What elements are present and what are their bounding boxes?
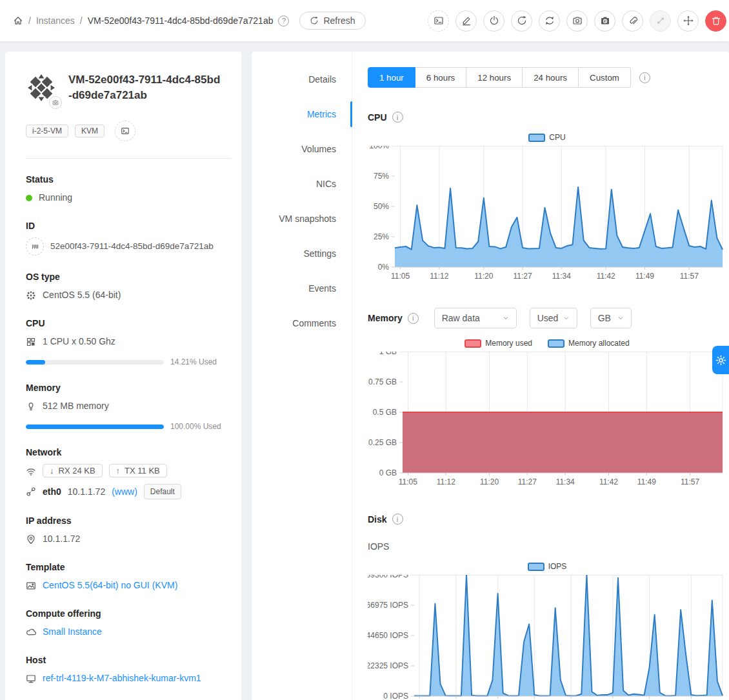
snapshot-button[interactable] <box>566 10 588 32</box>
range-12-hours[interactable]: 12 hours <box>466 67 523 88</box>
iops-subtitle: IOPS <box>368 541 726 552</box>
info-icon[interactable]: i <box>639 72 650 83</box>
iops-chart[interactable]: 89300 IOPS66975 IOPS44650 IOPS22325 IOPS… <box>368 575 726 700</box>
rx-button[interactable]: ↓ RX 24 KB <box>43 464 103 477</box>
os-type-value: CentOS 5.5 (64-bit) <box>43 288 121 302</box>
tab-metrics[interactable]: Metrics <box>252 97 352 132</box>
range-custom[interactable]: Custom <box>579 67 631 88</box>
picture-icon <box>26 581 36 591</box>
paperclip-icon <box>628 15 638 26</box>
tab-details[interactable]: Details <box>252 62 352 97</box>
refresh-button[interactable]: Refresh <box>299 12 365 30</box>
top-bar: / Instances / VM-52e00f43-7911-4dc4-85bd… <box>0 0 729 41</box>
settings-drawer-button[interactable] <box>712 346 729 374</box>
tab-nics[interactable]: NICs <box>252 166 352 201</box>
reboot-icon <box>517 15 527 26</box>
status-dot-icon <box>26 195 32 201</box>
memory-unit-select[interactable]: GB <box>590 308 632 328</box>
section-label: Network <box>26 447 231 457</box>
svg-text:0 GB: 0 GB <box>379 468 397 477</box>
vm-action-toolbar <box>428 10 726 32</box>
recurring-snapshot-button[interactable] <box>594 10 615 32</box>
nic-link-icon <box>26 486 36 497</box>
tab-volumes[interactable]: Volumes <box>252 132 352 166</box>
attach-iso-button[interactable] <box>622 10 643 32</box>
refresh-icon <box>310 16 319 25</box>
cpu-usage-bar: 14.21% Used <box>26 357 231 366</box>
range-24-hours[interactable]: 24 hours <box>523 67 579 88</box>
power-icon <box>489 15 499 26</box>
edit-icon <box>461 15 472 26</box>
disk-section-title: Disk <box>368 514 387 525</box>
svg-text:1 GB: 1 GB <box>379 352 397 356</box>
edit-button[interactable] <box>455 10 477 32</box>
svg-text:0.75 GB: 0.75 GB <box>368 377 397 386</box>
migrate-button[interactable] <box>677 10 699 32</box>
tab-settings[interactable]: Settings <box>252 236 352 271</box>
vm-tag[interactable]: i-2-5-VM <box>26 125 68 137</box>
open-console-button[interactable] <box>115 121 135 141</box>
tx-button[interactable]: ↑ TX 11 KB <box>109 464 167 477</box>
section-network: Network ↓ RX 24 KB ↑ TX 11 KB eth0 10.1.… <box>26 447 231 499</box>
arrow-up-icon: ↑ <box>116 466 121 475</box>
nic-network-link[interactable]: (www) <box>112 485 137 499</box>
info-icon[interactable]: i <box>392 112 403 123</box>
legend-swatch <box>528 134 545 142</box>
console-icon <box>434 15 444 26</box>
info-icon[interactable]: i <box>392 514 403 525</box>
cpu-value: 1 CPU x 0.50 Ghz <box>43 335 115 348</box>
memory-metric-select[interactable]: Used <box>530 308 577 328</box>
status-value: Running <box>39 191 72 205</box>
legend-item[interactable]: Memory allocated <box>548 339 630 348</box>
memory-chart-block: Memory i Raw data Used GB Memory <box>368 308 726 490</box>
tab-comments[interactable]: Comments <box>252 306 352 341</box>
info-icon[interactable]: i <box>408 313 419 324</box>
svg-text:89300 IOPS: 89300 IOPS <box>368 575 408 579</box>
vm-tag[interactable]: KVM <box>75 125 105 137</box>
host-link[interactable]: ref-trl-4119-k-M7-abhishek-kumar-kvm1 <box>43 672 201 685</box>
nic-default-tag: Default <box>144 484 181 499</box>
reboot-button[interactable] <box>511 10 532 32</box>
legend-item[interactable]: Memory used <box>464 339 532 348</box>
power-off-button[interactable] <box>483 10 504 32</box>
cpu-chart[interactable]: 100%75%50%25%0%11:0511:1211:2011:2711:34… <box>368 146 726 284</box>
help-icon[interactable]: ? <box>278 15 289 26</box>
breadcrumb-instances[interactable]: Instances <box>36 15 75 26</box>
destroy-button[interactable] <box>705 10 726 32</box>
tab-vm-snapshots[interactable]: VM snapshots <box>252 201 352 236</box>
section-host: Host ref-trl-4119-k-M7-abhishek-kumar-kv… <box>26 655 231 685</box>
breadcrumb-separator: / <box>28 15 31 26</box>
page-body: VM-52e00f43-7911-4dc4-85bd-d69de7a721ab … <box>0 41 729 700</box>
vm-id-value: 52e00f43-7911-4dc4-85bd-d69de7a721ab <box>50 240 214 253</box>
section-cpu: CPU 1 CPU x 0.50 Ghz 14.21% Used <box>26 318 231 366</box>
svg-text:44650 IOPS: 44650 IOPS <box>368 631 408 640</box>
tab-events[interactable]: Events <box>252 271 352 306</box>
gear-icon <box>715 355 726 366</box>
range-1-hour[interactable]: 1 hour <box>368 67 415 88</box>
svg-text:11:27: 11:27 <box>518 477 537 486</box>
offering-link[interactable]: Small Instance <box>43 625 102 639</box>
svg-text:11:05: 11:05 <box>391 272 410 281</box>
range-6-hours[interactable]: 6 hours <box>415 67 466 88</box>
svg-text:11:57: 11:57 <box>680 272 699 281</box>
memory-chart[interactable]: 1 GB0.75 GB0.5 GB0.25 GB0 GB11:0511:1211… <box>368 352 726 490</box>
memory-usage-bar: 100.00% Used <box>26 422 231 431</box>
change-icon-badge[interactable] <box>49 96 62 109</box>
legend-swatch <box>528 563 544 571</box>
svg-text:11:12: 11:12 <box>430 272 448 281</box>
template-link[interactable]: CentOS 5.5(64-bit) no GUI (KVM) <box>43 579 177 592</box>
chevron-down-icon <box>563 315 569 321</box>
legend-item[interactable]: CPU <box>528 133 565 142</box>
vm-detail-card: Details Metrics Volumes NICs VM snapshot… <box>252 52 729 700</box>
memory-section-title: Memory <box>368 313 403 323</box>
cpu-grid-icon <box>26 337 36 347</box>
reinstall-button[interactable] <box>539 10 560 32</box>
console-button[interactable] <box>428 10 449 32</box>
legend-item[interactable]: IOPS <box>528 562 567 571</box>
sync-icon <box>544 15 555 26</box>
section-label: IP address <box>26 515 231 526</box>
memory-data-select[interactable]: Raw data <box>434 308 517 328</box>
home-icon[interactable] <box>13 15 23 26</box>
cpu-usage-fill <box>26 360 45 365</box>
os-flower-icon <box>26 290 36 301</box>
